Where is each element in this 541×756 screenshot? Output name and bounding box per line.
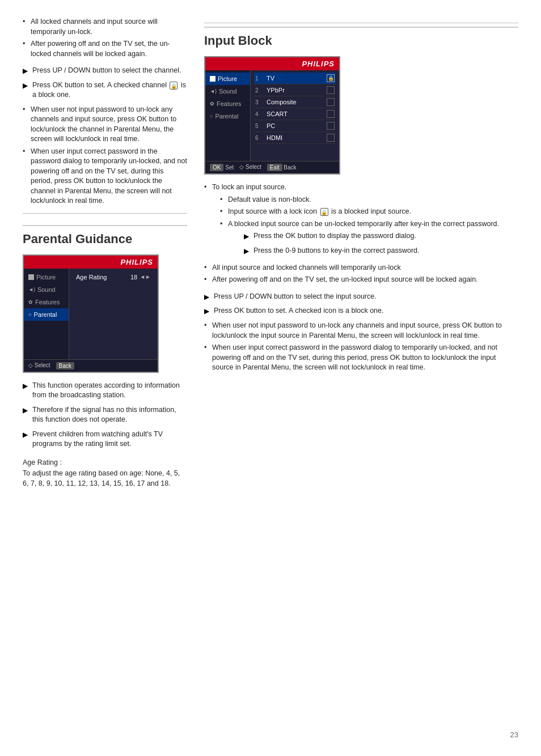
arrow-text: Press OK button to set. A checked icon i… [214,306,518,316]
input-row-ypbpr: 2 YPbPr [254,84,336,96]
sidebar-item-sound[interactable]: ◄) Sound [205,85,250,97]
bullet-item: All locked channels and input source wil… [23,17,187,37]
input-row-hdmi: 6 HDMI [254,132,336,144]
arrow-item-2: ▶ Press OK button to set. A checked chan… [23,80,187,100]
parental-icon: ○ [28,312,31,317]
tv-menu-body: Picture ◄) Sound ✿ Features ○ Parental [24,269,158,359]
arrow-text: This function operates according to info… [32,381,187,401]
arrow-icon: ▶ [23,430,28,440]
exit-btn[interactable]: Exit [267,164,282,171]
arrow-icon: ▶ [204,307,209,316]
pg-age-rating-row: Age Rating 18 ◄► [73,271,154,283]
arrow-icon: ▶ [244,247,249,256]
arrow-icon: ▶ [244,232,249,241]
picture-icon [210,76,215,82]
tv-content-area: 1 TV 🔒 2 YPbPr 3 Composite [251,70,339,161]
bullet-item: All input source and locked channels wil… [204,263,518,273]
sidebar-label: Sound [37,286,56,293]
sidebar-item-picture[interactable]: Picture [205,73,250,85]
sidebar-label: Sound [219,88,237,95]
row-label: SCART [267,111,323,117]
right-bottom-bullets: When user not input password to un-lock … [204,321,518,373]
page-layout: All locked channels and input source wil… [23,17,518,489]
select-area: ◇ Select [239,164,261,171]
arrow-icon: ▶ [23,406,28,415]
sub-arrow-2: ▶ Press the 0-9 buttons to key-in the co… [244,246,518,256]
tv-sidebar: Picture ◄) Sound ✿ Features ○ Parental [24,269,69,359]
lock-checked-icon: 🔒 [327,74,335,82]
tv-content-area: Age Rating 18 ◄► [69,269,158,359]
sub-arrow-1: ▶ Press the OK button to display the pas… [244,231,518,241]
arrow-text: Prevent children from watching adult's T… [32,430,187,449]
input-row-scart: 4 SCART [254,108,336,120]
features-icon: ✿ [28,299,33,305]
pg-arrows: ◄► [140,274,151,280]
age-rating-desc: To adjust the age rating based on age: N… [23,468,187,490]
sidebar-item-sound[interactable]: ◄) Sound [24,283,69,296]
bullet-item: After powering off and on the TV set, th… [23,39,187,59]
sidebar-label: Features [217,100,241,107]
sidebar-label: Features [35,299,60,305]
ok-btn-area: OK Set [210,164,234,171]
parental-arrow-3: ▶ Prevent children from watching adult's… [23,430,187,449]
sidebar-item-parental[interactable]: ○ Parental [205,110,250,122]
row-num: 4 [255,111,263,117]
check-empty-icon [327,134,335,142]
check-empty-icon [327,86,335,94]
bullet-item: When user input correct password in the … [23,147,187,206]
arrow-text: Press OK button to set. A checked channe… [32,80,187,100]
page-number: 23 [510,730,518,739]
check-empty-icon [327,98,335,106]
sidebar-label: Picture [218,75,237,82]
age-rating-value: 18 [130,274,137,281]
sidebar-item-parental[interactable]: ○ Parental [24,308,69,321]
tv-footer: ◇ Select Back [24,359,158,372]
sound-icon: ◄) [210,88,217,94]
back-area: Exit Back [267,164,297,171]
row-num: 6 [255,135,263,141]
section-divider [23,213,187,214]
top-bullet-list: All locked channels and input source wil… [23,17,187,59]
input-block-title: Input Block [204,27,518,48]
age-rating-section: Age Rating : To adjust the age rating ba… [23,457,187,489]
sidebar-label: Parental [215,113,238,120]
input-row-tv: 1 TV 🔒 [254,73,336,84]
sidebar-item-features[interactable]: ✿ Features [24,296,69,308]
row-num: 2 [255,87,263,94]
age-rating-label: Age Rating [76,274,130,281]
lock-icon-inline: 🔒 [320,208,328,216]
check-empty-icon [327,110,335,118]
bullet-item: To lock an input source. Default value i… [204,182,518,256]
arrow-icon: ▶ [23,381,28,391]
mid-bullet-list: When user not input password to un-lock … [23,105,187,206]
sub-bullet-item: A blocked input source can be un-locked … [220,219,518,256]
parental-guidance-title: Parental Guidance [23,225,187,247]
row-label: TV [267,75,323,82]
row-num: 1 [255,75,263,82]
sub-bullet-list: Default value is non-block. Input source… [220,195,518,256]
row-label: HDMI [267,134,323,141]
sidebar-item-features[interactable]: ✿ Features [205,97,250,110]
ok-btn[interactable]: OK [210,164,223,171]
parental-icon: ○ [210,113,213,119]
row-num: 3 [255,99,263,105]
bullet-item: When user not input password to un-lock … [204,321,518,341]
row-num: 5 [255,123,263,129]
sub-bullet-item: Input source with a lock icon 🔒 is a blo… [220,207,518,217]
features-icon: ✿ [210,101,214,107]
arrow-text: Press UP / DOWN button to select the inp… [214,292,518,302]
right-arrow-1: ▶ Press UP / DOWN button to select the i… [204,292,518,302]
right-arrow-2: ▶ Press OK button to set. A checked icon… [204,306,518,316]
input-row-pc: 5 PC [254,120,336,132]
bullet-item: After powering off and on the TV set, th… [204,275,518,285]
back-btn[interactable]: Back [56,362,74,369]
lock-icon-inline: 🔒 [170,82,177,90]
row-label: YPbPr [267,87,323,94]
parental-arrow-1: ▶ This function operates according to in… [23,381,187,401]
bullet-item: When user input correct password in the … [204,343,518,373]
arrow-icon: ▶ [23,66,28,76]
sidebar-item-picture[interactable]: Picture [24,271,69,283]
check-empty-icon [327,122,335,130]
sub-bullet-item: Default value is non-block. [220,195,518,205]
arrow-icon: ▶ [204,292,209,302]
